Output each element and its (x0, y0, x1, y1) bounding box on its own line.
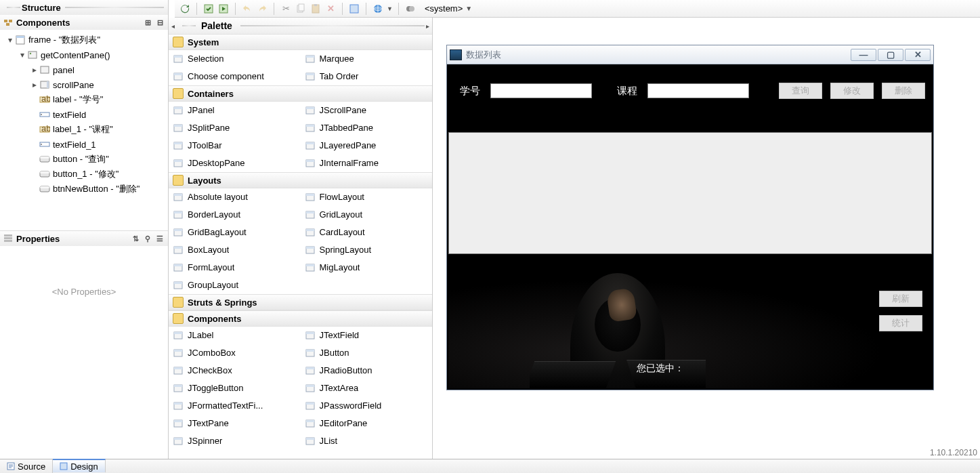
tree-item[interactable]: ablabel - "学号" (3, 92, 165, 107)
palette-category-header[interactable]: Struts & Springs (169, 294, 432, 310)
palette-item[interactable]: JSplitPane (169, 119, 301, 137)
tree-item[interactable]: textField (3, 107, 165, 122)
undo-icon[interactable] (241, 3, 253, 15)
props-menu-icon[interactable]: ☰ (154, 233, 165, 244)
palette-item[interactable]: CardLayout (301, 224, 433, 241)
tree-item[interactable]: ▸panel (3, 62, 165, 77)
palette-item[interactable]: BoxLayout (169, 241, 301, 259)
palette-item[interactable]: JTabbedPane (301, 119, 433, 137)
palette-item[interactable]: JDesktopPane (169, 155, 301, 172)
palette-item[interactable]: Absolute layout (169, 188, 301, 206)
expand-all-icon[interactable]: ⊞ (142, 17, 153, 28)
palette-item[interactable]: JButton (301, 344, 433, 362)
palette-collapse-right-icon[interactable]: ▸ (426, 22, 429, 30)
edit-button[interactable]: 修改 (830, 83, 874, 99)
palette-item[interactable]: JToggleButton (169, 379, 301, 397)
palette-item[interactable]: JToolBar (169, 137, 301, 155)
test-icon[interactable] (203, 3, 215, 15)
delete-icon[interactable]: ✕ (324, 3, 337, 15)
palette-item[interactable]: JComboBox (169, 344, 301, 362)
palette-item[interactable]: JCheckBox (169, 362, 301, 379)
tree-node-label: scrollPane (53, 80, 94, 90)
tree-item[interactable]: textField_1 (3, 137, 165, 152)
palette-item[interactable]: JList (301, 432, 433, 450)
palette-item[interactable]: JPasswordField (301, 397, 433, 415)
paste-icon[interactable] (310, 3, 322, 15)
palette-item[interactable]: MigLayout (301, 259, 433, 276)
tab-source[interactable]: Source (0, 459, 53, 473)
tree-item[interactable]: btnNewButton - "删除" (3, 182, 165, 197)
maximize-button[interactable]: ▢ (878, 49, 903, 61)
palette-item[interactable]: Marquee (301, 50, 433, 68)
palette-item[interactable]: JTextField (301, 327, 433, 344)
tree-twist-icon[interactable]: ▸ (30, 80, 39, 89)
query-button[interactable]: 查询 (779, 83, 822, 99)
palette-item[interactable]: FlowLayout (301, 188, 433, 206)
collapse-all-icon[interactable]: ⊟ (154, 17, 165, 28)
palette-item-icon (305, 140, 316, 151)
props-filter-icon[interactable]: ⚲ (142, 233, 153, 244)
palette-item[interactable]: FormLayout (169, 259, 301, 276)
props-sort-icon[interactable]: ⇅ (130, 233, 141, 244)
palette-item-icon (173, 436, 184, 447)
palette-item[interactable]: JEditorPane (301, 415, 433, 432)
palette-category-header[interactable]: Containers (169, 85, 432, 102)
palette-item[interactable]: GridBagLayout (169, 224, 301, 241)
tree-item[interactable]: ablabel_1 - "课程" (3, 122, 165, 137)
palette-category-header[interactable]: Components (169, 310, 432, 327)
minimize-button[interactable]: — (851, 49, 876, 61)
palette-item[interactable]: JTextPane (169, 415, 301, 432)
palette-item[interactable]: JPanel (169, 102, 301, 119)
tree-item[interactable]: button - "查询" (3, 152, 165, 167)
tree-item[interactable]: button_1 - "修改" (3, 167, 165, 182)
input-course[interactable] (647, 83, 749, 98)
palette-item[interactable]: GridLayout (301, 206, 433, 224)
palette-item[interactable]: JSpinner (169, 432, 301, 450)
palette-item[interactable]: JFormattedTextFi... (169, 397, 301, 415)
tree-twist-icon[interactable]: ▾ (18, 50, 27, 60)
input-id[interactable] (490, 83, 592, 98)
palette-item[interactable]: JRadioButton (301, 362, 433, 379)
scrollpane[interactable] (448, 132, 932, 254)
tree-twist-icon[interactable]: ▾ (5, 35, 15, 45)
tree-item[interactable]: ▾frame - "数据列表" (3, 33, 165, 47)
palette-category-header[interactable]: System (169, 34, 432, 50)
palette-category-label: Components (188, 314, 241, 324)
cut-icon[interactable]: ✂ (280, 3, 292, 15)
copy-icon[interactable] (295, 3, 307, 15)
palette-item[interactable]: JTextArea (301, 379, 433, 397)
palette-collapse-icon[interactable]: ◂ (171, 22, 178, 30)
delete-button[interactable]: 删除 (882, 83, 925, 99)
palette-item[interactable]: JLayeredPane (301, 137, 433, 155)
stats-button[interactable]: 统计 (879, 315, 922, 331)
redo-icon[interactable] (256, 3, 268, 15)
palette-item[interactable]: GroupLayout (169, 276, 432, 294)
palette-item[interactable]: Choose component (169, 68, 301, 85)
look-feel-combo[interactable]: <system> ▼ (425, 3, 472, 14)
grid-icon[interactable] (348, 3, 360, 15)
palette-item[interactable]: JScrollPane (301, 102, 433, 119)
refresh-icon[interactable] (179, 3, 191, 15)
preview-icon[interactable] (217, 3, 230, 15)
palette-item-icon (173, 383, 184, 394)
palette-item-label: JLabel (188, 330, 213, 340)
palette-item[interactable]: Selection (169, 50, 301, 68)
palette-item[interactable]: SpringLayout (301, 241, 433, 259)
palette-item[interactable]: BorderLayout (169, 206, 301, 224)
palette-list[interactable]: SystemSelectionMarqueeChoose componentTa… (169, 34, 432, 459)
globe-icon[interactable] (372, 3, 384, 15)
look-feel-icon[interactable] (404, 3, 417, 15)
component-tree[interactable]: ▾frame - "数据列表"▾getContentPane()▸panel▸s… (0, 30, 168, 199)
refresh-button[interactable]: 刷新 (879, 291, 922, 307)
tree-item[interactable]: ▾getContentPane() (3, 47, 165, 62)
svg-rect-46 (306, 73, 314, 75)
palette-item[interactable]: JLabel (169, 327, 301, 344)
tree-twist-icon[interactable]: ▸ (30, 65, 39, 75)
palette-item[interactable]: Tab Order (301, 68, 433, 85)
palette-category-header[interactable]: Layouts (169, 172, 432, 188)
design-canvas[interactable]: 数据列表 — ▢ ✕ 学号 课程 查询 修改 删除 (433, 18, 980, 459)
palette-item[interactable]: JInternalFrame (301, 155, 433, 172)
tree-item[interactable]: ▸scrollPane (3, 77, 165, 92)
tab-design[interactable]: Design (53, 459, 105, 472)
close-button[interactable]: ✕ (905, 49, 931, 61)
